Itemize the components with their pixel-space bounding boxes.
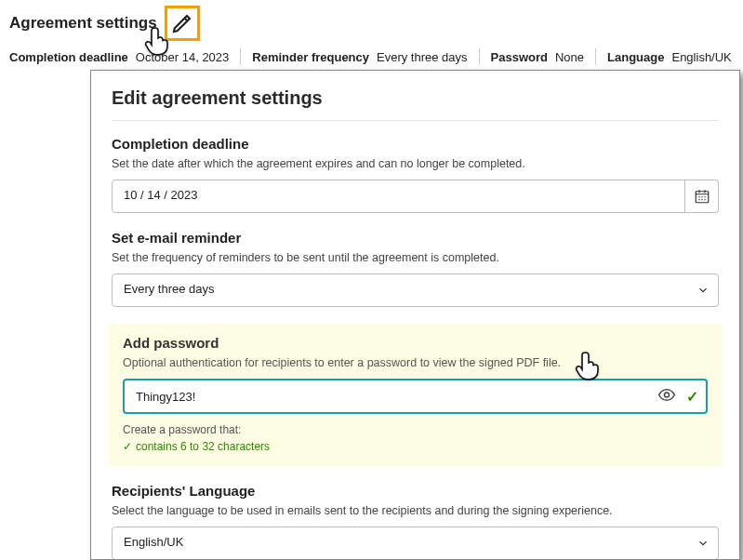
reminder-value: Every three days — [377, 50, 468, 64]
calendar-button[interactable] — [685, 180, 719, 213]
chevron-down-icon — [697, 284, 710, 297]
section-language: Recipients' Language Select the language… — [112, 483, 719, 560]
language-select-value: English/UK — [112, 527, 719, 560]
toggle-password-visibility[interactable] — [657, 386, 676, 407]
eye-icon — [657, 386, 676, 405]
svg-point-1 — [665, 393, 670, 397]
password-value: None — [555, 50, 584, 64]
reminder-label: Reminder frequency — [252, 50, 369, 64]
section-password-heading: Add password — [123, 335, 708, 351]
language-label: Language — [607, 50, 664, 64]
calendar-icon — [694, 188, 710, 205]
reminder-select[interactable]: Every three days — [112, 273, 719, 307]
modal-title: Edit agreement settings — [112, 87, 719, 109]
chevron-down-icon — [697, 537, 710, 550]
deadline-date-input[interactable]: 10 / 14 / 2023 — [112, 180, 685, 213]
language-select[interactable]: English/UK — [112, 527, 719, 560]
section-deadline-heading: Completion deadline — [112, 136, 719, 152]
language-value: English/UK — [671, 50, 731, 64]
pencil-icon — [171, 12, 193, 34]
password-input[interactable] — [123, 379, 708, 414]
check-icon: ✓ — [686, 388, 698, 406]
section-language-desc: Select the language to be used in emails… — [112, 504, 719, 517]
deadline-value: October 14, 2023 — [136, 50, 229, 64]
summary-bar: Completion deadlineOctober 14, 2023 Remi… — [9, 48, 734, 65]
section-reminder: Set e-mail reminder Set the frequency of… — [112, 230, 719, 307]
section-password: Add password Optional authentication for… — [108, 324, 723, 466]
section-reminder-heading: Set e-mail reminder — [112, 230, 719, 246]
edit-agreement-modal: Edit agreement settings Completion deadl… — [90, 70, 740, 560]
password-help-title: Create a password that: — [123, 423, 708, 436]
edit-button[interactable] — [165, 6, 200, 41]
page-title: Agreement settings — [9, 14, 157, 33]
password-help: Create a password that: ✓contains 6 to 3… — [123, 423, 708, 453]
password-label: Password — [491, 50, 548, 64]
section-deadline: Completion deadline Set the date after w… — [112, 136, 719, 213]
deadline-label: Completion deadline — [9, 50, 128, 64]
section-password-desc: Optional authentication for recipients t… — [123, 356, 708, 369]
section-language-heading: Recipients' Language — [112, 483, 719, 499]
section-deadline-desc: Set the date after which the agreement e… — [112, 157, 719, 170]
divider — [112, 120, 719, 121]
password-rule: ✓contains 6 to 32 characters — [123, 440, 708, 453]
agreement-settings-header: Agreement settings Completion deadlineOc… — [0, 0, 743, 73]
reminder-select-value: Every three days — [112, 273, 719, 307]
section-reminder-desc: Set the frequency of reminders to be sen… — [112, 251, 719, 264]
